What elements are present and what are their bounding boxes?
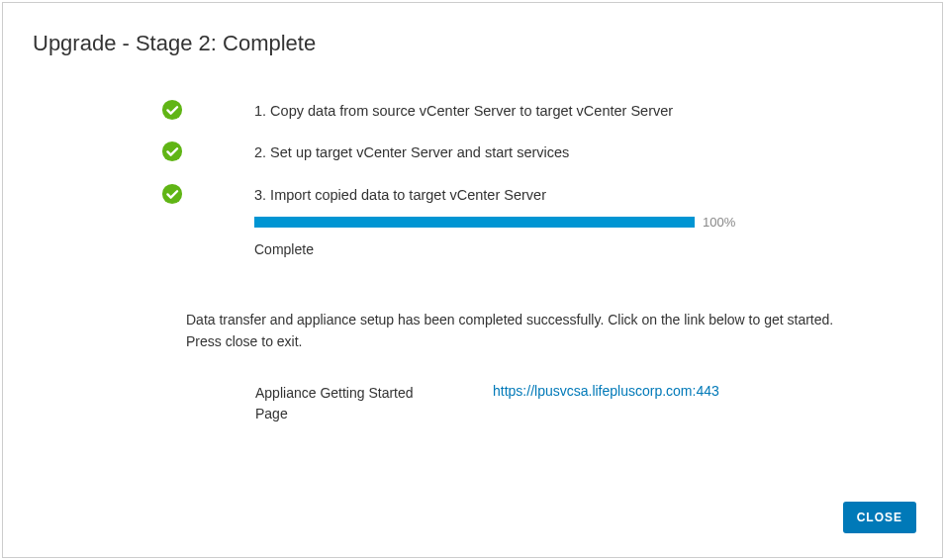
step-label: 2. Set up target vCenter Server and star…: [254, 142, 942, 162]
progress-bar: [254, 217, 695, 228]
step-label: 1. Copy data from source vCenter Server …: [254, 101, 942, 121]
step-row: 3. Import copied data to target vCenter …: [161, 185, 942, 257]
dialog-footer: CLOSE: [843, 502, 916, 533]
progress-percent: 100%: [703, 215, 735, 230]
svg-point-1: [162, 141, 182, 161]
link-label: Appliance Getting Started Page: [255, 383, 443, 424]
check-icon: [161, 140, 183, 162]
step-row: 1. Copy data from source vCenter Server …: [161, 101, 942, 121]
step-row: 2. Set up target vCenter Server and star…: [161, 142, 942, 162]
steps-list: 1. Copy data from source vCenter Server …: [3, 101, 942, 257]
check-icon: [161, 99, 183, 121]
svg-point-2: [162, 184, 182, 204]
progress-status: Complete: [254, 241, 942, 257]
completion-message: Data transfer and appliance setup has be…: [186, 309, 853, 353]
message-block: Data transfer and appliance setup has be…: [3, 309, 942, 424]
upgrade-dialog: Upgrade - Stage 2: Complete 1. Copy data…: [2, 2, 943, 558]
progress-row: 100%: [254, 215, 942, 230]
step-content: 1. Copy data from source vCenter Server …: [254, 101, 942, 121]
step-content: 2. Set up target vCenter Server and star…: [254, 142, 942, 162]
step-label: 3. Import copied data to target vCenter …: [254, 185, 942, 205]
step-content: 3. Import copied data to target vCenter …: [254, 185, 942, 257]
dialog-title: Upgrade - Stage 2: Complete: [3, 3, 942, 56]
close-button[interactable]: CLOSE: [843, 502, 916, 533]
appliance-link[interactable]: https://lpusvcsa.lifepluscorp.com:443: [493, 383, 719, 424]
svg-point-0: [162, 100, 182, 120]
check-icon: [161, 183, 183, 205]
link-row: Appliance Getting Started Page https://l…: [186, 383, 853, 424]
